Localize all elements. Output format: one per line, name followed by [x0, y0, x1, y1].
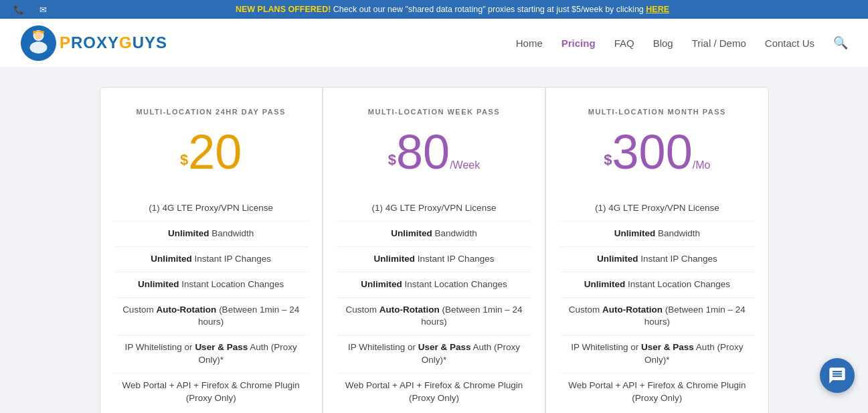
price-amount-day: 20 [188, 125, 242, 179]
plan-title-day: MULTI-LOCATION 24HR DAY PASS [136, 108, 286, 116]
features-list-week: (1) 4G LTE Proxy/VPN LicenseUnlimited Ba… [337, 196, 531, 411]
feature-item: IP Whitelisting or User & Pass Auth (Pro… [337, 335, 531, 374]
price-symbol-day: $ [180, 151, 188, 168]
features-list-month: (1) 4G LTE Proxy/VPN LicenseUnlimited Ba… [559, 196, 754, 411]
feature-item: Unlimited Bandwidth [337, 222, 531, 247]
chat-bubble[interactable] [820, 358, 855, 393]
plan-title-week: MULTI-LOCATION WEEK PASS [368, 108, 500, 116]
price-block-month: $300/Mo [604, 128, 710, 176]
svg-point-4 [35, 31, 43, 39]
price-block-day: $20 [180, 128, 242, 176]
feature-item: Unlimited Bandwidth [114, 222, 309, 247]
logo-icon [20, 25, 57, 62]
email-info: ✉ [39, 5, 50, 15]
feature-item: Unlimited Instant IP Changes [337, 247, 531, 272]
phone-icon: 📞 [13, 5, 24, 15]
logo-text: PROXYGUYS [60, 33, 167, 52]
plan-title-month: MULTI-LOCATION MONTH PASS [588, 108, 726, 116]
feature-item: Web Portal + API + Firefox & Chrome Plug… [559, 374, 754, 411]
feature-item: IP Whitelisting or User & Pass Auth (Pro… [559, 335, 754, 374]
feature-item: Unlimited Instant IP Changes [559, 247, 754, 272]
feature-item: Web Portal + API + Firefox & Chrome Plug… [114, 374, 309, 411]
price-symbol-month: $ [604, 151, 612, 168]
main-content: MULTI-LOCATION 24HR DAY PASS $20 (1) 4G … [0, 67, 868, 413]
email-icon: ✉ [39, 5, 47, 15]
feature-item: Custom Auto-Rotation (Between 1min – 24 … [337, 298, 531, 336]
feature-item: (1) 4G LTE Proxy/VPN License [337, 196, 531, 222]
announcement-text: NEW PLANS OFFERED! Check out our new "sh… [50, 5, 855, 14]
feature-item: Unlimited Instant Location Changes [337, 272, 531, 298]
price-period-month: /Mo [693, 159, 711, 171]
price-amount-month: 300 [612, 125, 693, 179]
top-bar-left: 📞 ✉ [13, 5, 50, 15]
feature-item: Unlimited Instant IP Changes [114, 247, 309, 272]
nav-blog[interactable]: Blog [653, 37, 673, 49]
feature-item: (1) 4G LTE Proxy/VPN License [114, 196, 309, 222]
pricing-card-week: MULTI-LOCATION WEEK PASS $80/Week (1) 4G… [323, 87, 545, 413]
logo[interactable]: PROXYGUYS [20, 25, 167, 62]
feature-item: Custom Auto-Rotation (Between 1min – 24 … [559, 298, 754, 336]
price-block-week: $80/Week [388, 128, 480, 176]
feature-item: Unlimited Bandwidth [559, 222, 754, 247]
price-symbol-week: $ [388, 151, 396, 168]
phone-info: 📞 [13, 5, 27, 15]
price-amount-week: 80 [396, 125, 450, 179]
feature-item: (1) 4G LTE Proxy/VPN License [559, 196, 754, 222]
pricing-card-month: MULTI-LOCATION MONTH PASS $300/Mo (1) 4G… [545, 87, 768, 413]
features-list-day: (1) 4G LTE Proxy/VPN LicenseUnlimited Ba… [114, 196, 309, 411]
nav-trial[interactable]: Trial / Demo [692, 37, 746, 49]
price-period-week: /Week [450, 159, 480, 171]
feature-item: Custom Auto-Rotation (Between 1min – 24 … [114, 298, 309, 336]
feature-item: Unlimited Instant Location Changes [114, 272, 309, 298]
nav-contact[interactable]: Contact Us [765, 37, 814, 49]
feature-item: Unlimited Instant Location Changes [559, 272, 754, 298]
search-icon[interactable]: 🔍 [833, 35, 848, 50]
nav-home[interactable]: Home [516, 37, 543, 49]
chat-icon [828, 366, 847, 385]
nav-links: Home Pricing FAQ Blog Trial / Demo Conta… [516, 35, 848, 50]
pricing-grid: MULTI-LOCATION 24HR DAY PASS $20 (1) 4G … [100, 87, 769, 413]
feature-item: Web Portal + API + Firefox & Chrome Plug… [337, 374, 531, 411]
top-bar: 📞 ✉ NEW PLANS OFFERED! Check out our new… [0, 0, 868, 19]
svg-point-2 [30, 42, 48, 54]
pricing-card-day: MULTI-LOCATION 24HR DAY PASS $20 (1) 4G … [100, 87, 323, 413]
navbar: PROXYGUYS Home Pricing FAQ Blog Trial / … [0, 19, 868, 67]
nav-pricing[interactable]: Pricing [561, 37, 596, 49]
nav-faq[interactable]: FAQ [614, 37, 634, 49]
feature-item: IP Whitelisting or User & Pass Auth (Pro… [114, 335, 309, 374]
